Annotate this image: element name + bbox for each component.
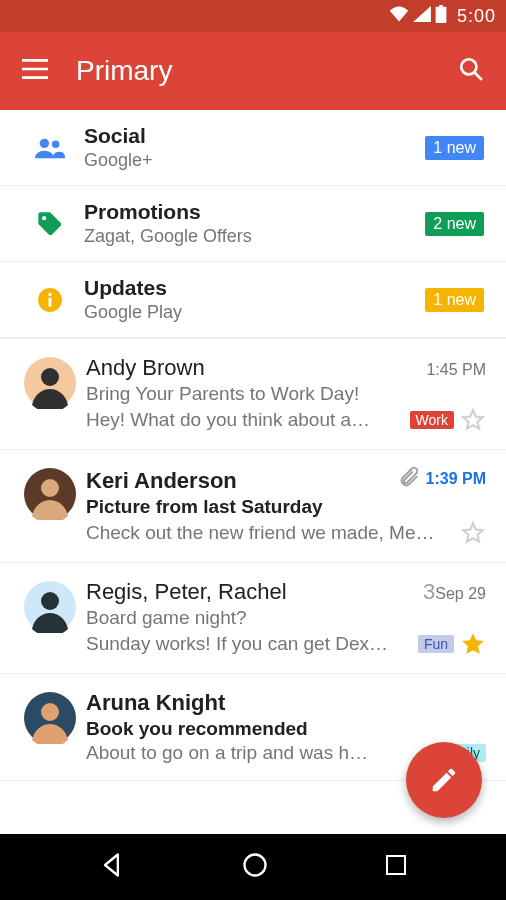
svg-point-0 <box>461 59 476 74</box>
inbox-list[interactable]: Social Google+ 1 new Promotions Zagat, G… <box>0 110 506 781</box>
category-title: Updates <box>84 276 425 300</box>
star-button[interactable] <box>460 520 486 546</box>
tag-icon <box>22 210 78 238</box>
email-item[interactable]: Andy Brown 1:45 PM Bring Your Parents to… <box>0 339 506 450</box>
email-subject: Picture from last Saturday <box>86 496 486 518</box>
search-button[interactable] <box>458 56 484 86</box>
new-badge: 2 new <box>425 212 484 236</box>
category-title: Promotions <box>84 200 425 224</box>
email-subject: Board game night? <box>86 607 486 629</box>
avatar[interactable] <box>24 692 76 744</box>
email-item[interactable]: Keri Anderson 1:39 PM Picture from last … <box>0 450 506 563</box>
star-button[interactable] <box>460 631 486 657</box>
sender-name: Keri Anderson <box>86 468 398 494</box>
email-time: 1:39 PM <box>398 466 486 492</box>
svg-point-13 <box>41 592 59 610</box>
category-updates[interactable]: Updates Google Play 1 new <box>0 262 506 338</box>
attachment-icon <box>398 466 420 492</box>
nav-back-button[interactable] <box>98 851 126 883</box>
svg-point-15 <box>41 703 59 721</box>
battery-icon <box>435 5 447 28</box>
svg-rect-17 <box>387 856 405 874</box>
category-subtitle: Zagat, Google Offers <box>84 226 425 247</box>
email-subject: Book you recommended <box>86 718 486 740</box>
sender-name: Andy Brown <box>86 355 426 381</box>
category-subtitle: Google+ <box>84 150 425 171</box>
svg-point-7 <box>48 292 51 295</box>
avatar[interactable] <box>24 581 76 633</box>
svg-point-2 <box>40 138 49 147</box>
inbox-title: Primary <box>76 55 458 87</box>
email-time: 1:45 PM <box>426 361 486 379</box>
category-title: Social <box>84 124 425 148</box>
menu-button[interactable] <box>22 59 48 83</box>
app-bar: Primary <box>0 32 506 110</box>
mail-label: Fun <box>418 635 454 653</box>
star-button[interactable] <box>460 407 486 433</box>
compose-fab[interactable] <box>406 742 482 818</box>
email-preview: Sunday works! If you can get Dex… <box>86 633 412 655</box>
wifi-icon <box>389 6 409 27</box>
svg-point-16 <box>244 855 265 876</box>
new-badge: 1 new <box>425 136 484 160</box>
thread-count: 3 <box>423 579 435 605</box>
email-subject: Bring Your Parents to Work Day! <box>86 383 486 405</box>
nav-recent-button[interactable] <box>384 853 408 881</box>
status-time: 5:00 <box>457 6 496 27</box>
svg-point-4 <box>42 216 46 220</box>
sender-name: Regis, Peter, Rachel <box>86 579 415 605</box>
email-preview: About to go on a trip and was h… <box>86 742 427 764</box>
people-icon <box>22 137 78 159</box>
category-social[interactable]: Social Google+ 1 new <box>0 110 506 186</box>
category-subtitle: Google Play <box>84 302 425 323</box>
email-time: Sep 29 <box>435 585 486 603</box>
new-badge: 1 new <box>425 288 484 312</box>
avatar[interactable] <box>24 357 76 409</box>
signal-icon <box>413 6 431 27</box>
mail-label: Work <box>410 411 454 429</box>
info-icon <box>22 287 78 313</box>
svg-point-9 <box>41 368 59 386</box>
svg-point-3 <box>52 140 60 148</box>
svg-rect-6 <box>48 297 51 306</box>
email-preview: Check out the new friend we made, Me… <box>86 522 454 544</box>
svg-line-1 <box>474 72 482 80</box>
svg-point-11 <box>41 479 59 497</box>
nav-home-button[interactable] <box>241 851 269 883</box>
email-item[interactable]: Regis, Peter, Rachel 3 Sep 29 Board game… <box>0 563 506 674</box>
category-promotions[interactable]: Promotions Zagat, Google Offers 2 new <box>0 186 506 262</box>
email-preview: Hey! What do you think about a… <box>86 409 404 431</box>
avatar[interactable] <box>24 468 76 520</box>
android-nav-bar <box>0 834 506 900</box>
sender-name: Aruna Knight <box>86 690 486 716</box>
status-bar: 5:00 <box>0 0 506 32</box>
